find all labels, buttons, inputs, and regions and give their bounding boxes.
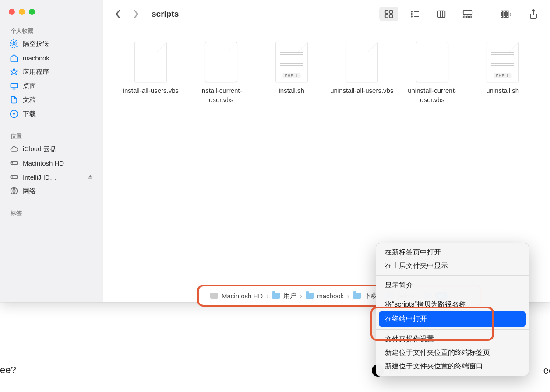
menu-item[interactable]: 新建位于文件夹位置的终端窗口 [376,360,529,373]
minimize-button[interactable] [19,9,25,15]
svg-rect-11 [390,11,392,13]
maximize-button[interactable] [29,9,35,15]
sidebar-section-favorites: 个人收藏 [0,25,103,37]
sidebar-item-intellij[interactable]: IntelliJ ID… [0,170,103,184]
network-icon [10,187,18,195]
menu-item-open-in-terminal[interactable]: 在终端中打开 [379,311,526,327]
disk-icon [10,159,18,167]
menu-item[interactable]: 新建位于文件夹位置的终端标签页 [376,346,529,360]
path-segment[interactable]: Macintosh HD [210,292,263,300]
svg-point-0 [13,43,15,45]
svg-rect-20 [466,16,469,18]
sidebar-item-label: IntelliJ ID… [23,173,56,181]
file-item[interactable]: install-current-user.vbs [186,42,257,104]
file-item[interactable]: SHELLuninstall.sh [467,42,538,104]
nav-back-button[interactable] [110,6,126,22]
svg-point-16 [411,16,412,17]
file-item[interactable]: uninstall-current-user.vbs [397,42,468,104]
file-label: install-all-users.vbs [123,86,179,95]
share-button[interactable] [524,7,543,21]
svg-rect-13 [390,15,392,18]
file-item[interactable]: install-all-users.vbs [116,42,186,104]
svg-rect-29 [507,13,508,15]
sidebar-item-home[interactable]: macbook [0,51,103,65]
home-icon [10,53,18,62]
folder-icon [306,293,314,299]
svg-rect-30 [507,16,508,18]
file-label: uninstall-all-users.vbs [330,86,393,95]
svg-rect-3 [11,83,18,88]
sidebar-item-label: Macintosh HD [23,159,64,167]
file-item[interactable]: SHELLinstall.sh [256,42,327,104]
view-column-button[interactable] [432,7,451,21]
bg-text-fragment-right-2: ectiv [543,365,550,376]
sidebar-item-label: 桌面 [23,82,36,90]
svg-rect-23 [501,13,503,15]
downloads-icon [10,109,18,118]
view-icon-button[interactable] [379,7,398,21]
view-gallery-button[interactable] [458,7,477,21]
file-icon: SHELL [275,42,308,82]
svg-point-6 [12,162,13,163]
window-controls [0,9,103,25]
folder-icon [353,293,361,299]
view-list-button[interactable] [405,7,425,21]
path-segment-label: 用户 [283,292,296,300]
airdrop-icon [10,39,18,48]
svg-point-15 [411,14,412,15]
menu-separator [376,275,529,276]
path-segment[interactable]: 用户 [272,292,296,300]
menu-item[interactable]: 显示简介 [376,279,529,292]
nav-forward-button[interactable] [128,6,144,22]
path-segment-label: macbook [317,292,344,300]
svg-rect-24 [501,16,503,18]
file-label: uninstall-current-user.vbs [399,86,465,104]
folder-title: scripts [152,9,179,19]
context-menu: 在新标签页中打开在上层文件夹中显示显示简介将“scripts”拷贝为路径名称在终… [376,243,529,376]
sidebar-item-label: 隔空投送 [23,40,49,48]
menu-item[interactable]: 将“scripts”拷贝为路径名称 [376,298,529,311]
path-segment[interactable]: 下载 [353,292,377,300]
path-segment-label: Macintosh HD [222,292,263,300]
menu-item[interactable]: 在新标签页中打开 [376,246,529,259]
bg-text-fragment-left: ee? [0,364,16,376]
menu-separator [376,329,529,330]
sidebar-item-network[interactable]: 网络 [0,184,103,198]
path-segment[interactable]: macbook [306,292,344,300]
menu-separator [376,295,529,295]
chevron-right-icon: › [266,292,268,300]
svg-point-8 [12,177,13,177]
sidebar-item-desktop[interactable]: 桌面 [0,79,103,93]
file-item[interactable]: uninstall-all-users.vbs [327,42,397,104]
chevron-right-icon: › [347,292,349,300]
svg-rect-18 [463,11,472,15]
menu-item[interactable]: 文件夹操作设置… [376,332,529,346]
sidebar-item-documents[interactable]: 文稿 [0,93,103,107]
sidebar-item-airdrop[interactable]: 隔空投送 [0,37,103,51]
file-icon [416,42,448,82]
applications-icon [10,67,18,76]
close-button[interactable] [9,9,15,15]
sidebar-section-tags: 标签 [0,207,103,219]
svg-rect-10 [385,11,388,13]
sidebar-item-macintosh-hd[interactable]: Macintosh HD [0,156,103,170]
sidebar-item-label: 网络 [23,187,36,195]
group-by-button[interactable] [497,7,516,21]
disk-icon [10,173,18,181]
file-label: install.sh [279,86,304,95]
sidebar-item-applications[interactable]: 应用程序 [0,65,103,79]
svg-rect-25 [504,11,505,13]
eject-icon[interactable] [87,174,93,180]
svg-rect-27 [504,16,505,18]
view-mode-group [379,7,477,21]
svg-rect-28 [507,11,508,13]
sidebar: 个人收藏 隔空投送 macbook 应用程序 桌面 [0,0,103,302]
svg-rect-19 [463,16,465,18]
menu-item[interactable]: 在上层文件夹中显示 [376,259,529,273]
file-icon: SHELL [487,42,519,82]
sidebar-item-icloud[interactable]: iCloud 云盘 [0,142,103,156]
svg-rect-17 [438,11,445,18]
sidebar-item-downloads[interactable]: 下载 [0,107,103,121]
sidebar-item-label: iCloud 云盘 [23,145,56,153]
documents-icon [10,95,18,104]
